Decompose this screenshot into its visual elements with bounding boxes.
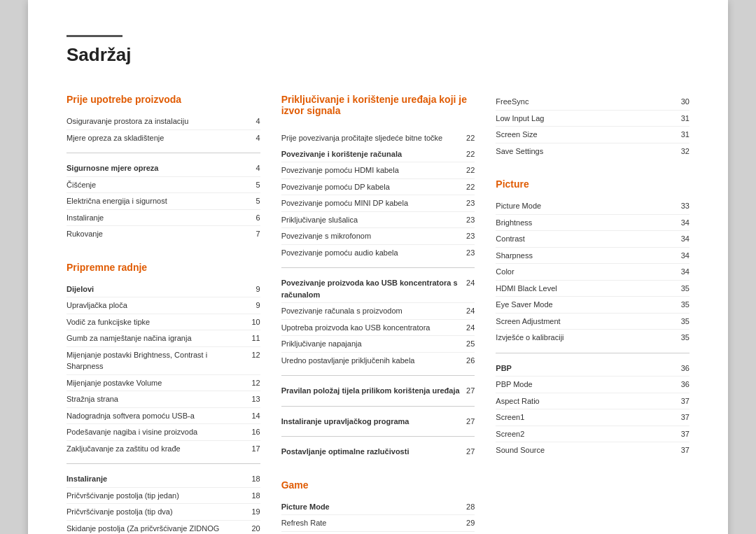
item-label: Povezivanje računala s proizvodom	[281, 305, 466, 317]
item-number: 12	[251, 379, 260, 387]
list-item: Pravilan položaj tijela prilikom korište…	[281, 383, 475, 399]
item-number: 17	[251, 444, 260, 453]
item-label: Aspect Ratio	[496, 395, 680, 407]
item-number: 37	[681, 446, 690, 454]
item-label: Screen2	[496, 428, 680, 440]
item-label: Uredno postavljanje priključenih kabela	[281, 355, 466, 367]
col2-section1-items4: Instaliranje upravljačkog programa27	[281, 414, 475, 430]
item-number: 27	[466, 417, 475, 426]
item-number: 24	[466, 279, 475, 287]
col2-section2-title: Game	[281, 479, 475, 491]
item-number: 37	[681, 413, 690, 421]
list-item: Screen237	[496, 426, 690, 443]
list-item: Povezivanje računala s proizvodom24	[281, 303, 475, 320]
item-number: 32	[681, 147, 690, 155]
item-label: Mijenjanje postavki Brightness, Contrast…	[66, 349, 251, 372]
column-2: Priključivanje i korištenje uređaja koji…	[281, 94, 475, 534]
list-item: Mijenjanje postavki Brightness, Contrast…	[66, 347, 260, 375]
item-label: Mjere opreza za skladištenje	[66, 132, 256, 144]
item-number: 23	[466, 216, 475, 224]
item-label: Izvješće o kalibraciji	[496, 332, 680, 344]
item-number: 4	[256, 117, 260, 125]
item-label: Upravljačka ploča	[66, 300, 256, 311]
list-item: Gumb za namještanje načina igranja11	[66, 330, 260, 347]
list-item: Sharpness34	[496, 248, 690, 265]
list-item: Instaliranje18	[66, 471, 260, 488]
item-number: 26	[466, 356, 475, 365]
list-item: Upotreba proizvoda kao USB koncentratora…	[281, 320, 475, 337]
item-number: 4	[256, 134, 260, 142]
list-item: Priključivanje slušalica23	[281, 212, 475, 229]
list-item: Upravljačka ploča9	[66, 297, 260, 314]
list-item: Prije povezivanja pročitajte sljedeće bi…	[281, 130, 475, 146]
list-item: Screen Size31	[496, 127, 690, 143]
item-label: Priključivanje slušalica	[281, 214, 466, 226]
item-label: Brightness	[496, 217, 680, 229]
item-number: 16	[251, 428, 260, 436]
item-label: Povezivanje s mikrofonom	[281, 230, 466, 242]
item-number: 29	[466, 519, 475, 527]
item-number: 12	[251, 351, 260, 359]
list-item: Zaključavanje za zaštitu od krađe17	[66, 441, 260, 457]
list-item: Brightness34	[496, 215, 690, 232]
item-label: Prije povezivanja pročitajte sljedeće bi…	[281, 132, 466, 144]
item-number: 31	[681, 130, 690, 139]
list-item: Skidanje postolja (Za pričvršćivanje ZID…	[66, 521, 260, 535]
item-number: 35	[681, 284, 690, 293]
list-item: Vodič za funkcijske tipke10	[66, 314, 260, 331]
item-label: Povezivanje pomoću HDMI kabela	[281, 164, 466, 176]
item-number: 30	[681, 97, 690, 106]
item-number: 22	[466, 150, 475, 158]
section1-title-col1: Prije upotrebe proizvoda	[66, 94, 260, 105]
column-3: FreeSync30Low Input Lag31Screen Size31Sa…	[496, 94, 690, 534]
item-label: Save Settings	[496, 146, 680, 157]
item-number: 28	[466, 503, 475, 511]
list-item: Refresh Rate29	[281, 515, 475, 532]
item-label: Povezivanje pomoću MINI DP kabela	[281, 197, 466, 209]
list-item: Podešavanje nagiba i visine proizvoda16	[66, 424, 260, 441]
col3-section2-items: Picture Mode33Brightness34Contrast34Shar…	[496, 198, 690, 346]
item-number: 22	[466, 134, 475, 142]
item-label: Osiguravanje prostora za instalaciju	[66, 115, 256, 127]
list-item: Dijelovi9	[66, 281, 260, 298]
item-label: HDMI Black Level	[496, 283, 680, 295]
list-item: Izvješće o kalibraciji35	[496, 330, 690, 346]
col3-section2-items2: PBP36PBP Mode36Aspect Ratio37Screen137Sc…	[496, 360, 690, 458]
list-item: Pričvršćivanje postolja (tip dva)19	[66, 504, 260, 521]
item-number: 34	[681, 234, 690, 243]
list-item: Sound Source37	[496, 442, 690, 458]
item-number: 7	[256, 230, 260, 238]
item-label: Contrast	[496, 233, 680, 245]
item-label: Refresh Rate	[281, 517, 466, 529]
item-label: Picture Mode	[496, 200, 680, 212]
item-label: Čišćenje	[66, 179, 256, 191]
list-item: Povezivanje pomoću audio kabela23	[281, 245, 475, 261]
item-number: 19	[251, 507, 260, 516]
col1-section2-group2: Instaliranje18Pričvršćivanje postolja (t…	[66, 471, 260, 534]
list-item: Povezivanje i korištenje računala22	[281, 146, 475, 163]
item-number: 5	[256, 197, 260, 205]
item-label: Električna energija i sigurnost	[66, 195, 256, 207]
list-item: Eye Saver Mode35	[496, 297, 690, 314]
item-label: Zaključavanje za zaštitu od krađe	[66, 443, 251, 455]
item-label: Povezivanje i korištenje računala	[281, 148, 466, 160]
item-label: Pričvršćivanje postolja (tip jedan)	[66, 490, 251, 502]
list-item: Contrast34	[496, 231, 690, 248]
item-label: Sound Source	[496, 444, 680, 456]
column-1: Prije upotrebe proizvoda Osiguravanje pr…	[66, 94, 260, 534]
list-item: Aspect Ratio37	[496, 393, 690, 410]
item-number: 4	[256, 164, 260, 172]
item-label: PBP	[496, 363, 680, 374]
list-item: Screen Adjustment35	[496, 314, 690, 330]
list-item: Mjere opreza za skladištenje4	[66, 130, 260, 146]
list-item: Sigurnosne mjere opreza4	[66, 160, 260, 177]
list-item: Povezivanje pomoću MINI DP kabela23	[281, 195, 475, 212]
item-number: 35	[681, 300, 690, 309]
item-number: 36	[681, 380, 690, 388]
item-number: 6	[256, 213, 260, 222]
col2-section1-title: Priključivanje i korištenje uređaja koji…	[281, 94, 475, 116]
list-item: Mijenjanje postavke Volume12	[66, 375, 260, 392]
list-item: Instaliranje6	[66, 210, 260, 227]
item-label: Gumb za namještanje načina igranja	[66, 332, 251, 344]
list-item: Povezivanje pomoću DP kabela22	[281, 179, 475, 196]
